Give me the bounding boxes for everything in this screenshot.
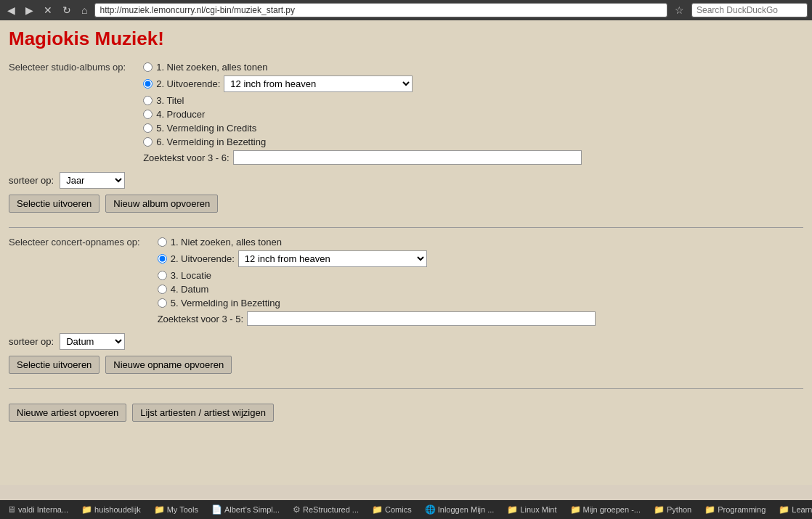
- studio-selectie-button[interactable]: Selectie uitvoeren: [9, 195, 100, 213]
- studio-sorteer-label: sorteer op:: [9, 175, 54, 186]
- concert-option-5: 5. Vermelding in Bezetting: [158, 296, 596, 310]
- studio-option-2: 2. Uitvoerende: 12 inch from heaven: [143, 74, 582, 94]
- studio-zoektekst-input[interactable]: [233, 150, 582, 165]
- concert-option-2: 2. Uitvoerende: 12 inch from heaven: [158, 249, 596, 269]
- concert-option-3: 3. Locatie: [158, 269, 596, 282]
- studio-radio-4[interactable]: [143, 110, 153, 119]
- studio-label-6: 6. Vermelding in Bezetting: [156, 136, 266, 147]
- studio-label-3: 3. Titel: [156, 95, 184, 106]
- concert-label-2: 2. Uitvoerende:: [171, 253, 235, 264]
- studio-radio-1[interactable]: [143, 62, 153, 72]
- studio-label-5: 5. Vermelding in Credits: [156, 123, 256, 134]
- concert-label-3: 3. Locatie: [171, 270, 211, 281]
- concert-sorteer-row: sorteer op: Datum Locatie Artiest: [9, 333, 803, 350]
- concert-radio-1[interactable]: [158, 237, 167, 247]
- studio-radio-3[interactable]: [143, 96, 153, 105]
- nav-back[interactable]: ◀: [4, 3, 18, 17]
- studio-option-6: 6. Vermelding in Bezetting: [143, 135, 582, 149]
- studio-section-label: Selecteer studio-albums op:: [9, 60, 126, 73]
- concert-options: 1. Niet zoeken, alles tonen 2. Uitvoeren…: [158, 235, 596, 327]
- url-bar[interactable]: [94, 3, 667, 17]
- concert-performer-select[interactable]: 12 inch from heaven: [238, 250, 427, 267]
- nav-forward[interactable]: ▶: [23, 3, 36, 17]
- search-bar[interactable]: [691, 3, 808, 17]
- concert-radio-4[interactable]: [158, 285, 167, 294]
- page-title: Magiokis Muziek!: [9, 28, 803, 50]
- studio-section: Selecteer studio-albums op: 1. Niet zoek…: [9, 60, 803, 213]
- nav-stop[interactable]: ✕: [41, 3, 55, 17]
- concert-sorteer-label: sorteer op:: [9, 336, 54, 347]
- concert-zoektekst-label: Zoektekst voor 3 - 5:: [158, 314, 244, 324]
- concert-btn-row: Selectie uitvoeren Nieuwe opname opvoere…: [9, 356, 803, 374]
- studio-radio-2[interactable]: [143, 79, 153, 89]
- studio-option-4: 4. Producer: [143, 107, 582, 121]
- concert-option-1: 1. Niet zoeken, alles tonen: [158, 235, 596, 249]
- studio-label-4: 4. Producer: [156, 109, 205, 120]
- studio-radio-6[interactable]: [143, 137, 153, 147]
- concert-label-5: 5. Vermelding in Bezetting: [171, 298, 280, 308]
- studio-sorteer-row: sorteer op: Jaar Titel Artiest: [9, 172, 803, 189]
- studio-performer-select[interactable]: 12 inch from heaven: [224, 75, 413, 92]
- studio-label-1: 1. Niet zoeken, alles tonen: [156, 62, 267, 73]
- studio-option-3: 3. Titel: [143, 94, 582, 107]
- concert-radio-3[interactable]: [158, 271, 167, 280]
- concert-selectie-button[interactable]: Selectie uitvoeren: [9, 356, 100, 374]
- lijst-artiesten-button[interactable]: Lijst artiesten / artiest wijzigen: [132, 404, 274, 422]
- concert-radio-2[interactable]: [158, 254, 167, 263]
- studio-zoektekst-row: Zoektekst voor 3 - 6:: [143, 149, 582, 166]
- studio-btn-row: Selectie uitvoeren Nieuw album opvoeren: [9, 195, 803, 213]
- bottom-separator: [9, 388, 803, 389]
- section-separator: [9, 227, 803, 228]
- studio-label-2: 2. Uitvoerende:: [156, 78, 220, 89]
- concert-sorteer-select[interactable]: Datum Locatie Artiest: [60, 333, 125, 350]
- concert-zoektekst-row: Zoektekst voor 3 - 5:: [158, 310, 596, 327]
- concert-label-1: 1. Niet zoeken, alles tonen: [171, 237, 282, 248]
- concert-label-4: 4. Datum: [171, 284, 209, 295]
- concert-zoektekst-input[interactable]: [247, 311, 596, 326]
- studio-option-5: 5. Vermelding in Credits: [143, 121, 582, 135]
- nav-home[interactable]: ⌂: [78, 3, 90, 17]
- studio-nieuw-button[interactable]: Nieuw album opvoeren: [105, 195, 218, 213]
- concert-option-4: 4. Datum: [158, 282, 596, 296]
- concert-section: Selecteer concert-opnames op: 1. Niet zo…: [9, 235, 803, 374]
- concert-radio-5[interactable]: [158, 298, 167, 308]
- studio-radio-5[interactable]: [143, 123, 153, 133]
- browser-toolbar: ◀ ▶ ✕ ↻ ⌂ ☆: [0, 0, 812, 20]
- studio-option-1: 1. Niet zoeken, alles tonen: [143, 60, 582, 74]
- studio-sorteer-select[interactable]: Jaar Titel Artiest: [60, 172, 125, 189]
- nav-bookmark[interactable]: ☆: [672, 3, 687, 17]
- concert-nieuw-button[interactable]: Nieuwe opname opvoeren: [105, 356, 232, 374]
- page-content: Magiokis Muziek! Selecteer studio-albums…: [0, 20, 812, 485]
- nieuwe-artiest-button[interactable]: Nieuwe artiest opvoeren: [9, 404, 126, 422]
- concert-section-label: Selecteer concert-opnames op:: [9, 235, 140, 248]
- bottom-buttons: Nieuwe artiest opvoeren Lijst artiesten …: [9, 404, 803, 422]
- studio-options: 1. Niet zoeken, alles tonen 2. Uitvoeren…: [143, 60, 582, 166]
- studio-zoektekst-label: Zoektekst voor 3 - 6:: [143, 152, 230, 163]
- nav-reload[interactable]: ↻: [60, 3, 74, 17]
